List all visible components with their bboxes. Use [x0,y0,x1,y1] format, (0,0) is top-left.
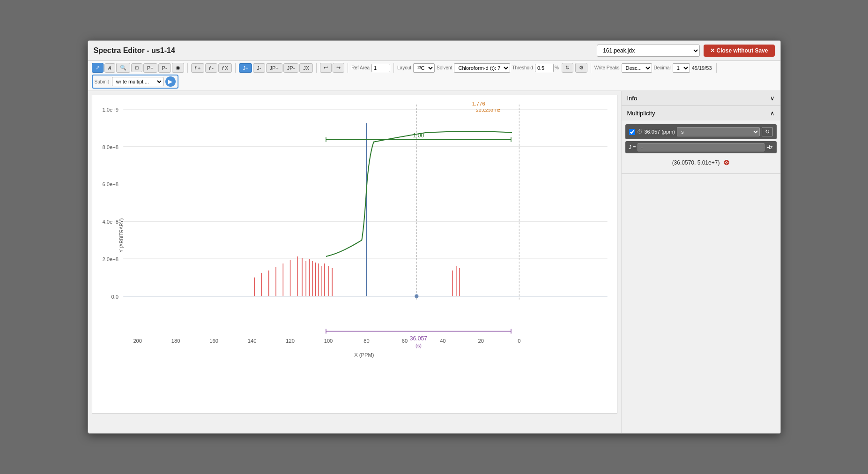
svg-text:160: 160 [209,339,218,344]
undo-btn[interactable]: ↩ [320,63,332,73]
jp-minus-btn[interactable]: JP- [283,63,299,73]
ref-area-input[interactable] [371,64,390,72]
settings-btn[interactable]: ⚙ [575,63,587,73]
svg-text:(s): (s) [415,343,421,349]
svg-text:100: 100 [324,339,333,344]
j-minus-btn[interactable]: J- [253,63,265,73]
sep2 [235,63,236,73]
coord-delete-btn[interactable]: ⊗ [723,158,729,167]
write-peaks-select[interactable]: Desc... [622,63,652,73]
sep7 [716,63,717,73]
svg-text:36.057: 36.057 [409,336,427,342]
svg-text:8.0e+8: 8.0e+8 [102,144,119,150]
mult-ppm: 36.057 (ppm) [645,129,675,135]
threshold-unit: % [555,65,559,70]
coord-row: (36.0570, 5.01e+7) ⊗ [625,155,777,170]
title-bar: Spectra Editor - us1-14 161.peak.jdx ✕ C… [88,41,780,61]
svg-text:80: 80 [364,339,369,344]
j-plus-btn[interactable]: J+ [239,63,252,73]
info-label: Info [627,95,638,102]
info-chevron-icon: ∨ [770,95,775,102]
pointer-tool[interactable]: ↗ [92,63,104,73]
jx-btn[interactable]: JX [299,63,313,73]
f-minus-btn[interactable]: f - [205,63,217,73]
threshold-label: Threshold [512,65,533,70]
coord-text: (36.0570, 5.01e+7) [672,159,720,166]
svg-text:200: 200 [133,339,142,344]
fx-btn[interactable]: f X [218,63,232,73]
submit-label: Submit [95,79,109,84]
svg-text:2.0e+8: 2.0e+8 [102,256,119,262]
decimal-label: Decimal [654,65,671,70]
solvent-group: Solvent Chloroform-d (t): 7... [437,63,510,73]
counter-display: 45/19/53 [692,65,712,71]
svg-text:6.0e+8: 6.0e+8 [102,182,119,188]
file-dropdown[interactable]: 161.peak.jdx [597,45,700,57]
layout-select[interactable]: ¹³C [413,63,435,73]
multiplicity-header[interactable]: Multiplicity ∧ [622,106,780,120]
mult-checkbox[interactable] [629,129,635,135]
ref-area-label: Ref Area [351,65,370,70]
multiplicity-content: ⏱ 36.057 (ppm) s d t q m ↻ J = [622,120,780,173]
hz-label: Hz [766,144,772,150]
mult-entry-row: ⏱ 36.057 (ppm) s d t q m ↻ [625,124,777,139]
write-peaks-label: Write Peaks [594,65,620,70]
spectrum-chart: 1.0e+9 8.0e+8 6.0e+8 4.0e+8 2.0e+8 0.0 Y… [92,95,617,413]
sep4 [348,63,348,73]
sep6 [591,63,591,73]
zoom-in-tool[interactable]: 🔍 [116,63,130,73]
mult-refresh-btn[interactable]: ↻ [762,127,773,136]
solvent-select[interactable]: Chloroform-d (t): 7... [454,63,510,73]
multiplicity-chevron-icon: ∧ [770,110,775,117]
title-bar-right: 161.peak.jdx ✕ Close without Save [597,45,774,57]
decimal-group: Decimal 1 [654,63,690,73]
info-header[interactable]: Info ∨ [622,91,780,105]
sidebar: Info ∨ Multiplicity ∧ ⏱ 36.057 (ppm) [621,91,780,433]
svg-text:X (PPM): X (PPM) [354,352,374,358]
info-section: Info ∨ [622,91,780,106]
svg-text:140: 140 [247,339,256,344]
svg-text:0.0: 0.0 [111,294,119,300]
f-plus-btn[interactable]: f + [191,63,205,73]
chart-container[interactable]: 1.0e+9 8.0e+8 6.0e+8 4.0e+8 2.0e+8 0.0 Y… [92,95,617,414]
multiplicity-section: Multiplicity ∧ ⏱ 36.057 (ppm) s d t q [622,106,780,174]
mult-type-select[interactable]: s d t q m [677,127,760,136]
undo-redo-group: ↩ ↪ [320,63,344,73]
svg-text:4.0e+8: 4.0e+8 [102,219,119,225]
f-buttons-group: f + f - f X [191,63,232,73]
svg-text:40: 40 [440,339,445,344]
sep3 [316,63,317,73]
j-equals-label: J = [629,144,636,150]
content-area: 1.0e+9 8.0e+8 6.0e+8 4.0e+8 2.0e+8 0.0 Y… [88,91,780,433]
multiplicity-label: Multiplicity [627,110,655,117]
submit-btn[interactable]: ▶ [165,76,176,87]
layout-group: Layout ¹³C [397,63,435,73]
redo-btn[interactable]: ↪ [333,63,344,73]
svg-text:180: 180 [171,339,180,344]
close-button[interactable]: ✕ Close without Save [704,45,774,57]
j-buttons-group: J+ J- JP+ JP- JX [239,63,313,73]
window-title: Spectra Editor - us1-14 [94,46,175,55]
svg-text:0: 0 [518,339,520,344]
pin-btn[interactable]: ◉ [172,63,184,73]
decimal-select[interactable]: 1 [673,63,690,73]
svg-text:20: 20 [478,339,483,344]
svg-point-52 [415,294,418,298]
solvent-label: Solvent [437,65,452,70]
j-input[interactable] [638,143,764,151]
zoom-fit-tool[interactable]: ⊡ [131,63,142,72]
clock-icon: ⏱ [637,128,643,135]
text-tool[interactable]: A [104,63,115,73]
peak-plus-btn[interactable]: P+ [143,63,157,73]
threshold-input[interactable] [535,64,554,72]
peak-minus-btn[interactable]: P- [158,63,171,73]
chart-area: 1.0e+9 8.0e+8 6.0e+8 4.0e+8 2.0e+8 0.0 Y… [88,91,621,433]
tool-buttons-group: ↗ A 🔍 ⊡ P+ P- ◉ [92,63,184,73]
sep5 [393,63,394,73]
submit-select[interactable]: write multipl.... [112,77,163,86]
write-peaks-group: Write Peaks Desc... [594,63,652,73]
layout-label: Layout [397,65,411,70]
refresh-btn[interactable]: ↻ [562,63,573,73]
jp-plus-btn[interactable]: JP+ [266,63,282,73]
svg-text:Y (ARBITRARY): Y (ARBITRARY) [119,218,124,253]
